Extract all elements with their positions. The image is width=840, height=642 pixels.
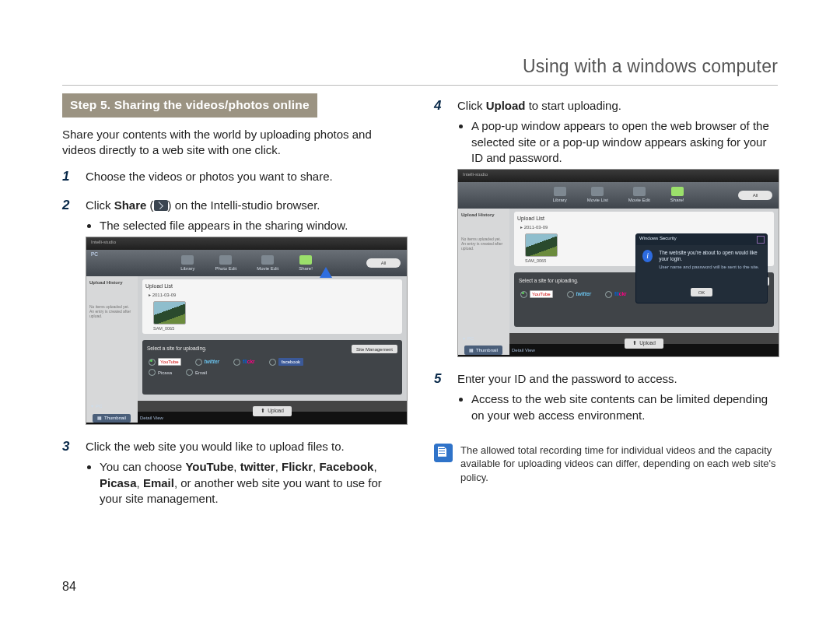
upload-list-panel: Upload List ▸ 2011-03-09 SAM_0065 xyxy=(142,279,402,334)
thumbnail-view-chip: ▦ Thumbnail xyxy=(464,346,502,354)
upload-button: ⬆ Upload xyxy=(253,406,292,416)
step-3-bullets: You can choose YouTube, twitter, Flickr,… xyxy=(86,459,406,507)
bold-upload: Upload xyxy=(486,99,526,112)
step-number: 5 xyxy=(434,371,448,426)
movie-edit-icon xyxy=(633,187,646,196)
note-text: The allowed total recording time for ind… xyxy=(460,444,778,485)
shot-body: Upload History No items uploaded yet. An… xyxy=(86,276,407,401)
manual-page: Using with a windows computer Step 5. Sh… xyxy=(0,0,840,642)
section-step-header: Step 5. Sharing the videos/photos online xyxy=(62,93,317,118)
step-4-bullets: A pop-up window appears to open the web … xyxy=(457,118,778,166)
step-2-line: Click Share () on the Intelli-studio bro… xyxy=(86,198,406,213)
header-title: Using with a windows computer xyxy=(523,56,778,76)
step-2-bullet: The selected file appears in the sharing… xyxy=(100,218,406,233)
modal-titlebar: Windows Security xyxy=(636,234,767,245)
bold-share: Share xyxy=(114,198,147,212)
shot-toolbar: Library Movie List Movie Edit Share! All xyxy=(458,182,779,209)
step-1: 1 Choose the videos or photos you want t… xyxy=(62,169,406,189)
screenshot-share-window: Intelli-studio PC Library Photo Edit Mov… xyxy=(86,237,408,425)
svc-twitter: twitter xyxy=(195,359,220,366)
radio-icon xyxy=(567,291,574,298)
shot-toolbar: PC Library Photo Edit Movie Edit Share! … xyxy=(86,250,407,276)
step-5-text: Enter your ID and the password to access… xyxy=(457,371,778,387)
detail-view-button: Detail View xyxy=(512,347,535,353)
svc-twitter: twitter xyxy=(567,291,592,298)
radio-icon xyxy=(605,291,612,298)
step-2-bullets: The selected file appears in the sharing… xyxy=(86,218,406,233)
step-3: 3 Click the web site you would like to u… xyxy=(62,439,406,510)
radio-icon xyxy=(186,369,193,376)
step-5: 5 Enter your ID and the password to acce… xyxy=(434,371,778,426)
upload-button: ⬆ Upload xyxy=(625,339,663,349)
filter-pill: All xyxy=(366,258,401,268)
radio-icon xyxy=(195,359,202,366)
shot-titlebar: Intelli-studio xyxy=(458,170,779,182)
pc-badge: PC xyxy=(91,251,98,258)
radio-icon xyxy=(520,291,527,298)
note-icon xyxy=(434,444,453,462)
step-5-bullet: Access to the web site contents can be l… xyxy=(471,391,778,423)
thumbnail-view-chip: ▦ Thumbnail xyxy=(93,414,131,423)
right-column: 4 Click Upload to start uploading. A pop… xyxy=(434,93,778,510)
movie-list-icon xyxy=(591,187,604,196)
share-icon xyxy=(154,200,168,211)
video-thumbnail xyxy=(153,301,186,325)
site-select-panel: Select a site for uploading. Site Manage… xyxy=(142,340,402,395)
step-1-text: Choose the videos or photos you want to … xyxy=(86,169,406,184)
radio-icon xyxy=(233,359,240,366)
upload-date: ▸ 2011-03-09 xyxy=(520,224,548,230)
tool-share: Share! xyxy=(670,187,684,203)
step-4-bullet: A pop-up window appears to open the web … xyxy=(471,118,778,166)
step-4: 4 Click Upload to start uploading. A pop… xyxy=(434,98,778,357)
svc-picasa: Picasa xyxy=(149,369,172,376)
svc-flickr: flickr xyxy=(605,291,627,298)
close-icon xyxy=(757,236,765,244)
tool-photo-edit: Photo Edit xyxy=(215,255,236,272)
page-number: 84 xyxy=(62,578,76,595)
step-3-text: Click the web site you would like to upl… xyxy=(86,439,406,454)
step-2: 2 Click Share () on the Intelli-studio b… xyxy=(62,198,406,426)
share-toolbar-icon xyxy=(299,255,312,265)
left-column: Step 5. Sharing the videos/photos online… xyxy=(62,93,406,510)
tool-movie-edit: Movie Edit xyxy=(628,187,650,203)
svc-flickr: flickr xyxy=(233,359,255,366)
svc-youtube: YouTube xyxy=(149,358,181,366)
step-4-line: Click Upload to start uploading. xyxy=(457,98,778,114)
svc-facebook: facebook xyxy=(269,358,303,366)
info-icon: i xyxy=(642,250,653,262)
svc-email: Email xyxy=(186,369,207,376)
page-header: Using with a windows computer xyxy=(62,54,778,86)
filter-pill: All xyxy=(738,191,772,200)
step-number: 3 xyxy=(62,439,76,510)
login-modal: Windows Security i The website you're ab… xyxy=(635,233,768,303)
share-toolbar-icon xyxy=(671,187,684,196)
note-box: The allowed total recording time for ind… xyxy=(434,444,778,485)
tool-library: Library xyxy=(552,187,566,203)
shot-sidebar: Upload History No items uploaded yet. An… xyxy=(86,276,138,423)
columns: Step 5. Sharing the videos/photos online… xyxy=(62,93,778,510)
tool-movie-edit: Movie Edit xyxy=(257,255,278,272)
step-number: 1 xyxy=(62,169,76,189)
tool-share: Share! xyxy=(299,255,313,272)
cursor-arrow-icon xyxy=(320,267,332,278)
photo-edit-icon xyxy=(219,255,232,265)
upload-date: ▸ 2011-03-09 xyxy=(149,292,176,298)
shot-titlebar: Intelli-studio xyxy=(86,237,407,250)
video-thumbnail xyxy=(525,233,558,257)
radio-icon xyxy=(149,359,156,366)
tool-movie-list: Movie List xyxy=(587,187,608,203)
shot-main: Upload List ▸ 2011-03-09 SAM_0065 xyxy=(138,276,407,423)
detail-view-button: Detail View xyxy=(140,415,163,421)
section-lead: Share your contents with the world by up… xyxy=(62,127,406,159)
step-number: 4 xyxy=(434,98,448,357)
library-icon xyxy=(554,187,566,196)
radio-icon xyxy=(269,359,276,366)
step-3-bullet: You can choose YouTube, twitter, Flickr,… xyxy=(100,459,406,507)
screenshot-login-popup: Intelli-studio Library Movie List Movie … xyxy=(457,169,779,357)
radio-icon xyxy=(149,369,156,376)
step-5-bullets: Access to the web site contents can be l… xyxy=(457,391,778,423)
movie-edit-icon xyxy=(261,255,274,265)
modal-ok-button: OK xyxy=(691,288,713,296)
svc-youtube: YouTube xyxy=(520,290,553,298)
library-icon xyxy=(181,255,194,265)
